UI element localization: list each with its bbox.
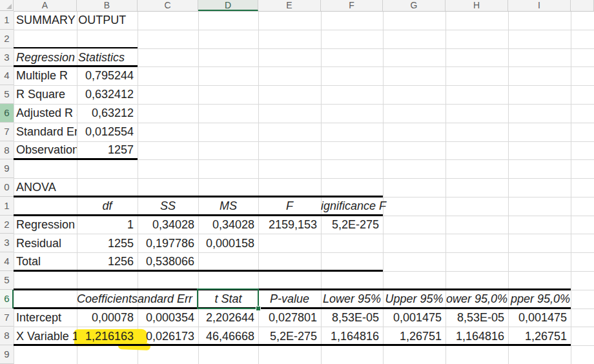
row-header-18[interactable]: 8 — [0, 327, 14, 345]
cell-B7[interactable]: 0,012554 — [77, 123, 138, 141]
row-header-10[interactable]: 0 — [0, 178, 14, 197]
row-header-8[interactable]: 8 — [0, 141, 14, 160]
gridline — [14, 178, 594, 179]
cell-B17[interactable]: 0,00078 — [77, 308, 138, 327]
selected-row-header-accent — [12, 290, 14, 308]
column-header-F[interactable]: F — [321, 0, 383, 11]
cell-F16[interactable]: Lower 95% — [321, 290, 383, 308]
cell-A8[interactable]: Observations — [14, 141, 77, 159]
cell-A12[interactable]: Regression — [14, 216, 77, 234]
cell-F11[interactable]: ignificance F — [321, 197, 386, 216]
cell-G16[interactable]: Upper 95% — [383, 290, 446, 308]
cell-D17[interactable]: 2,202644 — [198, 308, 258, 327]
cell-F18[interactable]: 1,164816 — [321, 327, 383, 346]
cell-E16[interactable]: P-value — [258, 290, 321, 308]
row-header-12[interactable]: 2 — [0, 216, 14, 234]
cell-E12[interactable]: 2159,153 — [258, 216, 321, 234]
row-header-14[interactable]: 4 — [0, 252, 14, 271]
cell-C12[interactable]: 0,34028 — [138, 216, 198, 234]
column-header-A[interactable]: A — [14, 0, 77, 11]
cell-A3[interactable]: Regression Statistics — [14, 48, 125, 67]
cell-B14[interactable]: 1256 — [77, 252, 138, 271]
select-all-corner[interactable] — [0, 0, 14, 11]
cell-I17[interactable]: 0,001475 — [508, 308, 571, 327]
column-header-H[interactable]: H — [446, 0, 508, 11]
cell-A14[interactable]: Total — [14, 252, 77, 271]
selection-fill-handle[interactable] — [256, 306, 261, 311]
cell-A6[interactable]: Adjusted R Square — [14, 104, 77, 123]
cell-H17[interactable]: 8,53E-05 — [446, 308, 508, 327]
cell-E17[interactable]: 0,027801 — [258, 308, 321, 327]
cell-I16[interactable]: pper 95,0% — [508, 290, 571, 308]
cell-D13[interactable]: 0,000158 — [198, 234, 258, 253]
header-strip-border — [0, 11, 594, 12]
cell-B5[interactable]: 0,632412 — [77, 85, 138, 104]
row-header-11[interactable]: 1 — [0, 197, 14, 216]
cell-A7[interactable]: Standard Error — [14, 123, 77, 141]
active-cell-selection-border — [197, 288, 259, 309]
column-header-partial[interactable] — [571, 0, 594, 11]
cell-D18[interactable]: 46,46668 — [198, 327, 258, 346]
cell-H18[interactable]: 1,164816 — [446, 327, 508, 346]
cell-B12[interactable]: 1 — [77, 216, 138, 234]
cell-F12[interactable]: 5,2E-275 — [321, 216, 383, 234]
column-header-C[interactable]: C — [138, 0, 198, 11]
row-header-17[interactable]: 7 — [0, 308, 14, 327]
cell-D12[interactable]: 0,34028 — [198, 216, 258, 234]
cell-A10[interactable]: ANOVA — [14, 178, 56, 197]
row-header-19[interactable]: 9 — [0, 345, 14, 364]
row-header-2[interactable]: 2 — [0, 30, 14, 48]
cell-A17[interactable]: Intercept — [14, 308, 77, 327]
cell-B4[interactable]: 0,795244 — [77, 66, 138, 85]
cell-A18[interactable]: X Variable 1 — [14, 327, 77, 346]
cell-G17[interactable]: 0,001475 — [383, 308, 446, 327]
cell-B13[interactable]: 1255 — [77, 234, 138, 253]
column-header-G[interactable]: G — [383, 0, 446, 11]
row-header-5[interactable]: 5 — [0, 85, 14, 104]
column-header-I[interactable]: I — [508, 0, 571, 11]
cell-A1[interactable]: SUMMARY OUTPUT — [14, 11, 126, 30]
cell-C13[interactable]: 0,197786 — [138, 234, 198, 253]
cell-E11[interactable]: F — [258, 197, 321, 216]
cell-C14[interactable]: 0,538066 — [138, 252, 198, 271]
row-header-1[interactable]: 1 — [0, 11, 14, 30]
cell-A13[interactable]: Residual — [14, 234, 77, 253]
select-all-triangle-icon — [6, 4, 12, 9]
cell-D11[interactable]: MS — [198, 197, 258, 216]
row-header-4[interactable]: 4 — [0, 66, 14, 85]
spreadsheet: SUMMARY OUTPUT Regression Statistics Mul… — [0, 0, 594, 364]
gridline — [571, 11, 571, 364]
cell-G18[interactable]: 1,26751 — [383, 327, 446, 346]
column-header-D[interactable]: D — [198, 0, 258, 11]
cell-C17[interactable]: 0,000354 — [138, 308, 198, 327]
row-header-7[interactable]: 7 — [0, 123, 14, 141]
cell-B8[interactable]: 1257 — [77, 141, 138, 159]
row-header-13[interactable]: 3 — [0, 234, 14, 252]
row-header-3[interactable]: 3 — [0, 48, 14, 67]
cell-B11[interactable]: df — [77, 197, 138, 216]
row-header-6[interactable]: 6 — [0, 104, 14, 123]
cell-B18[interactable]: 1,216163 — [77, 327, 138, 346]
cell-E18[interactable]: 5,2E-275 — [258, 327, 321, 346]
row-header-15[interactable]: 5 — [0, 271, 14, 290]
cell-B6[interactable]: 0,63212 — [77, 104, 138, 123]
cell-C18[interactable]: 0,026173 — [138, 327, 198, 346]
cell-C11[interactable]: SS — [138, 197, 198, 216]
cell-I18[interactable]: 1,26751 — [508, 327, 571, 346]
row-header-9[interactable]: 9 — [0, 159, 14, 178]
cell-A5[interactable]: R Square — [14, 85, 77, 104]
column-header-E[interactable]: E — [258, 0, 321, 11]
column-header-B[interactable]: B — [77, 0, 138, 11]
cell-B16[interactable]: Coefficients — [77, 290, 138, 308]
cell-A4[interactable]: Multiple R — [14, 66, 77, 85]
cell-H16[interactable]: ower 95,0% — [446, 290, 508, 308]
cell-C16[interactable]: andard Err — [138, 290, 198, 308]
cell-F17[interactable]: 8,53E-05 — [321, 308, 383, 327]
